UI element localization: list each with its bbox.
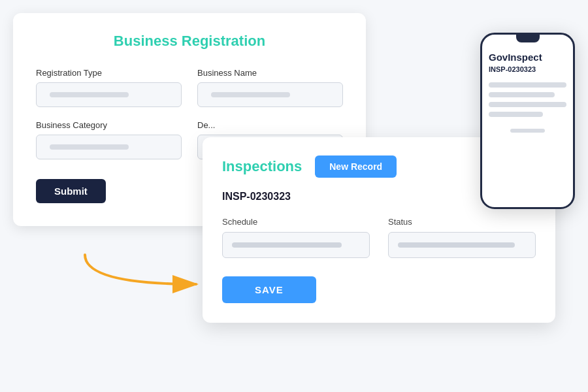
form-row-1: Registration Type Business Name	[36, 68, 343, 107]
phone-inspection-id: INSP-0230323	[489, 65, 566, 73]
phone-notch	[516, 35, 540, 42]
registration-type-input-fill	[50, 92, 129, 97]
phone-app-name: GovInspect	[489, 52, 566, 63]
schedule-input[interactable]	[222, 232, 370, 258]
status-group: Status	[388, 217, 536, 258]
schedule-input-fill	[232, 242, 342, 248]
status-label: Status	[388, 217, 536, 227]
business-card-title: Business Registration	[36, 33, 343, 50]
insp-form-row: Schedule Status	[222, 217, 536, 258]
business-name-input[interactable]	[197, 82, 343, 107]
phone-line-4	[489, 112, 543, 117]
business-category-input-fill	[50, 144, 129, 150]
status-input[interactable]	[388, 232, 536, 258]
registration-type-group: Registration Type	[36, 68, 182, 107]
registration-type-label: Registration Type	[36, 68, 182, 78]
business-category-group: Business Category	[36, 120, 182, 159]
business-name-group: Business Name	[197, 68, 343, 107]
phone-line-2	[489, 92, 555, 97]
schedule-label: Schedule	[222, 217, 370, 227]
phone-line-5	[510, 129, 546, 133]
phone-line-3	[489, 102, 566, 107]
description-label: De...	[197, 120, 343, 130]
business-category-label: Business Category	[36, 120, 182, 130]
schedule-group: Schedule	[222, 217, 370, 258]
registration-type-input[interactable]	[36, 82, 182, 107]
flow-arrow	[65, 248, 216, 294]
business-category-input[interactable]	[36, 135, 182, 159]
phone-content: GovInspect INSP-0230323	[482, 40, 573, 139]
business-name-input-fill	[211, 92, 290, 97]
submit-button[interactable]: Submit	[36, 179, 106, 203]
phone-mockup: GovInspect INSP-0230323	[480, 33, 575, 209]
new-record-button[interactable]: New Record	[315, 155, 397, 178]
arrow-container	[65, 248, 216, 297]
status-input-fill	[398, 242, 515, 248]
inspections-title: Inspections	[222, 158, 302, 175]
phone-line-1	[489, 82, 566, 88]
business-name-label: Business Name	[197, 68, 343, 78]
save-button[interactable]: SAVE	[222, 276, 316, 303]
